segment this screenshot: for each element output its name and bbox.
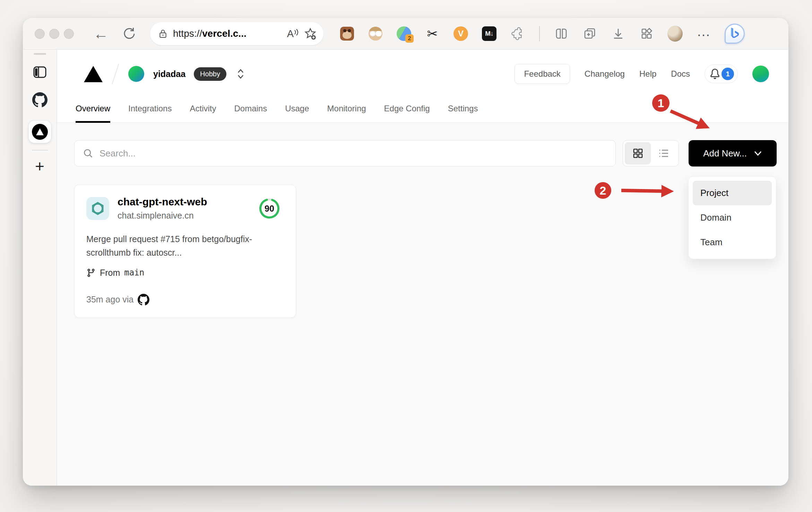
tab-github[interactable] xyxy=(32,92,47,108)
read-aloud-button[interactable]: A xyxy=(287,28,299,40)
collections-icon xyxy=(583,27,597,41)
back-button[interactable]: ← xyxy=(93,26,109,41)
apps-button[interactable] xyxy=(639,26,654,41)
refresh-icon xyxy=(122,27,136,41)
vercel-dashboard: yidadaa Hobby Feedback Changelog Help Do… xyxy=(57,50,788,486)
back-arrow-icon: ← xyxy=(93,26,109,41)
project-card[interactable]: chat-gpt-next-web chat.simplenaive.cn 90 xyxy=(74,185,296,318)
project-logo xyxy=(86,197,109,220)
chevron-down-icon xyxy=(754,151,762,156)
changelog-link[interactable]: Changelog xyxy=(585,69,625,79)
tab-integrations[interactable]: Integrations xyxy=(128,98,172,122)
project-titles: chat-gpt-next-web chat.simplenaive.cn xyxy=(118,196,207,221)
extensions-menu-button[interactable] xyxy=(510,26,525,41)
sound-waves-icon xyxy=(294,28,299,38)
help-link[interactable]: Help xyxy=(639,69,656,79)
overview-content: Add New... Project Domain Team xyxy=(57,123,788,486)
extension-v[interactable]: V xyxy=(453,26,468,41)
dashboard-header: yidadaa Hobby Feedback Changelog Help Do… xyxy=(57,50,788,98)
notification-count-badge: 1 xyxy=(722,68,734,80)
extension-monkey[interactable] xyxy=(339,26,355,41)
tab-edge-config[interactable]: Edge Config xyxy=(384,98,430,122)
project-card-header: chat-gpt-next-web chat.simplenaive.cn 90 xyxy=(86,196,284,221)
plan-badge: Hobby xyxy=(194,67,226,81)
address-bar[interactable]: https://vercel.c... A xyxy=(150,22,323,45)
branch-name: main xyxy=(124,268,144,278)
puzzle-icon xyxy=(511,27,525,41)
docs-link[interactable]: Docs xyxy=(671,69,690,79)
ellipsis-icon: … xyxy=(697,28,710,39)
star-plus-icon xyxy=(304,27,317,40)
scope-switcher: yidadaa Hobby xyxy=(84,63,244,85)
split-screen-icon xyxy=(554,27,568,41)
extension-markdown[interactable]: M↓ xyxy=(482,26,497,41)
github-icon xyxy=(32,92,47,108)
score-value: 90 xyxy=(265,204,274,213)
team-switcher-button[interactable] xyxy=(237,68,244,79)
view-toggle xyxy=(623,140,679,167)
tab-settings[interactable]: Settings xyxy=(448,98,478,122)
dropdown-item-project[interactable]: Project xyxy=(693,181,772,205)
extension-translate[interactable]: 2 xyxy=(396,26,412,41)
commit-message: Merge pull request #715 from betgo/bugfi… xyxy=(86,232,283,259)
breadcrumb-slash xyxy=(112,63,119,84)
list-view-button[interactable] xyxy=(651,142,677,164)
glasses-face-icon xyxy=(369,27,382,41)
project-domain[interactable]: chat.simplenaive.cn xyxy=(118,211,207,221)
projects-toolbar: Add New... xyxy=(74,140,777,167)
tab-activity[interactable]: Activity xyxy=(190,98,216,122)
new-tab-button[interactable]: + xyxy=(35,158,44,174)
add-new-button[interactable]: Add New... xyxy=(689,140,777,167)
tab-domains[interactable]: Domains xyxy=(234,98,267,122)
favorites-button[interactable] xyxy=(304,27,317,40)
deployed-time: 35m ago via xyxy=(86,295,133,305)
tab-monitoring[interactable]: Monitoring xyxy=(327,98,366,122)
grid-view-button[interactable] xyxy=(625,142,651,164)
url-text: https://vercel.c... xyxy=(173,28,282,39)
profile-avatar xyxy=(667,26,683,42)
split-screen-button[interactable] xyxy=(554,26,569,41)
search-input[interactable] xyxy=(100,148,608,159)
zoom-window-button[interactable] xyxy=(64,29,74,39)
tab-vercel-active[interactable] xyxy=(29,121,51,143)
branch-row: From main xyxy=(86,268,284,278)
extension-avatar-glasses[interactable] xyxy=(368,26,383,41)
collections-button[interactable] xyxy=(582,26,597,41)
list-view-icon xyxy=(658,148,670,159)
desktop-background: ← https://vercel.c... A xyxy=(0,0,812,512)
browser-body: + yidadaa Hobby xyxy=(23,49,788,486)
minimize-window-button[interactable] xyxy=(49,29,59,39)
team-name: yidadaa xyxy=(153,69,185,79)
github-source-icon xyxy=(138,294,149,306)
close-window-button[interactable] xyxy=(35,29,45,39)
refresh-button[interactable] xyxy=(122,27,136,41)
tab-usage[interactable]: Usage xyxy=(285,98,309,122)
toolbar-divider xyxy=(539,26,540,41)
vercel-logo[interactable] xyxy=(84,66,103,82)
dashboard-tabs: Overview Integrations Activity Domains U… xyxy=(57,98,788,123)
browser-profile-button[interactable] xyxy=(667,26,683,41)
sidebar-panel-icon xyxy=(33,66,47,78)
tab-overview[interactable]: Overview xyxy=(76,98,110,122)
vercel-tab-icon xyxy=(32,124,48,140)
bing-chat-button[interactable] xyxy=(724,26,745,41)
window-controls xyxy=(35,29,74,39)
bell-icon xyxy=(710,69,720,79)
downloads-button[interactable] xyxy=(611,26,626,41)
dropdown-item-team[interactable]: Team xyxy=(693,230,772,255)
user-avatar[interactable] xyxy=(752,66,769,82)
feedback-button[interactable]: Feedback xyxy=(515,64,570,84)
team-avatar xyxy=(128,66,144,82)
browser-toolbar: ← https://vercel.c... A xyxy=(23,18,788,49)
bing-icon xyxy=(725,24,745,44)
lock-icon xyxy=(158,28,167,39)
download-icon xyxy=(611,27,625,41)
tabstrip-handle[interactable] xyxy=(34,53,46,55)
notifications-button[interactable]: 1 xyxy=(705,65,738,83)
markdown-icon: M↓ xyxy=(482,26,496,41)
plus-icon: + xyxy=(35,158,44,174)
toggle-sidebar-pane-button[interactable] xyxy=(33,66,47,78)
dropdown-item-domain[interactable]: Domain xyxy=(693,205,772,230)
settings-more-button[interactable]: … xyxy=(696,26,711,41)
extension-scissors[interactable]: ✂ xyxy=(425,26,440,41)
